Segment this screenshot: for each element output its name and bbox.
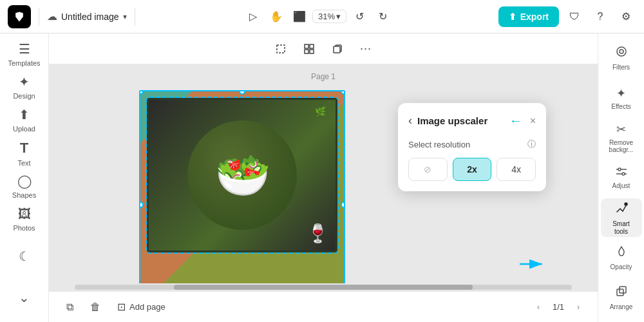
- svg-rect-3: [305, 50, 308, 53]
- prev-page-button[interactable]: ‹: [529, 298, 547, 316]
- help-button[interactable]: ?: [590, 6, 611, 27]
- templates-icon: ☰: [19, 41, 30, 57]
- scrollbar-container[interactable]: [49, 283, 598, 291]
- svg-rect-1: [305, 44, 308, 48]
- sidebar-item-shapes[interactable]: ◯ Shapes: [4, 171, 45, 201]
- panel-item-adjust[interactable]: Adjust: [601, 158, 642, 197]
- bottom-bar: ⧉ 🗑 ⊡ Add page ‹ 1/1 ›: [49, 291, 598, 322]
- canvas-area: ··· Page 1 🥗 🍷: [49, 33, 598, 322]
- page-navigation: ‹ 1/1 ›: [529, 298, 587, 316]
- grid-button[interactable]: [298, 37, 321, 61]
- upscaler-back-button[interactable]: ‹: [408, 114, 412, 128]
- redo-button[interactable]: ↻: [372, 6, 393, 27]
- zoom-chevron-icon: ▾: [336, 12, 341, 21]
- smart-tools-icon: [614, 200, 629, 218]
- undo-button[interactable]: ↺: [349, 6, 370, 27]
- food-bowl-visual: 🥗: [187, 120, 297, 230]
- resolution-disabled-button[interactable]: ⊘: [408, 158, 448, 181]
- adjust-label: Adjust: [612, 182, 630, 189]
- filters-label: Filters: [612, 64, 630, 71]
- export-button[interactable]: ⬆ Export: [498, 6, 559, 27]
- resize-handle-mr[interactable]: [341, 202, 345, 208]
- scrollbar-thumb[interactable]: [174, 285, 472, 290]
- panel-item-filters[interactable]: Filters: [601, 39, 642, 77]
- upscaler-close-button[interactable]: ×: [530, 115, 536, 127]
- more-options-button[interactable]: ···: [354, 37, 377, 61]
- frame-tool-button[interactable]: ⬛: [289, 6, 310, 27]
- upload-label: Upload: [13, 125, 35, 133]
- sidebar-bottom: ☾ ⌄: [4, 237, 45, 317]
- canvas-design-container[interactable]: 🥗 🍷 🌿 Best Food Menu: [139, 90, 345, 283]
- sidebar-item-upload[interactable]: ⬆ Upload: [4, 105, 45, 135]
- text-icon: T: [20, 140, 28, 156]
- panel-item-effects[interactable]: ✦ Effects: [601, 79, 642, 117]
- upscaler-title: Image upscaler: [417, 115, 504, 126]
- zoom-control[interactable]: 31% ▾: [312, 10, 346, 23]
- glass-emoji: 🍷: [307, 223, 329, 244]
- topbar-right: ⬆ Export 🛡 ? ⚙: [498, 6, 636, 27]
- divider-1: [39, 8, 39, 26]
- svg-rect-4: [310, 50, 314, 53]
- image-upscaler-popup: ‹ Image upscaler ← × Select resolution ⓘ…: [398, 103, 546, 191]
- svg-rect-14: [617, 289, 623, 296]
- cloud-icon: ☁: [47, 10, 57, 23]
- svg-rect-5: [334, 46, 340, 53]
- copy-page-button[interactable]: ⧉: [59, 297, 80, 317]
- add-page-label: Add page: [129, 302, 166, 312]
- resize-handle-tr[interactable]: [341, 90, 345, 95]
- crop-button[interactable]: [269, 37, 292, 61]
- svg-point-7: [617, 47, 626, 56]
- zoom-value: 31%: [318, 12, 335, 21]
- design-label: Design: [13, 92, 35, 100]
- resolution-4x-button[interactable]: 4x: [497, 158, 536, 181]
- back-chevron-icon: ‹: [408, 114, 412, 128]
- shapes-label: Shapes: [12, 191, 36, 199]
- image-selection-toolbar: ···: [49, 33, 598, 64]
- sidebar-item-photos[interactable]: 🖼 Photos: [4, 204, 45, 234]
- arrange-label: Arrange: [610, 303, 633, 310]
- add-page-button[interactable]: ⊡ Add page: [111, 297, 172, 317]
- arrow-annotation-icon: ←: [509, 113, 522, 128]
- copy-style-button[interactable]: [326, 37, 349, 61]
- sidebar-item-text[interactable]: T Text: [4, 138, 45, 168]
- select-resolution-label: Select resolution ⓘ: [408, 138, 536, 150]
- select-tool-button[interactable]: ▷: [243, 6, 263, 27]
- svg-rect-0: [277, 45, 285, 53]
- templates-label: Templates: [8, 59, 40, 67]
- svg-rect-15: [620, 287, 626, 293]
- delete-page-button[interactable]: 🗑: [85, 297, 106, 317]
- canvas-content[interactable]: Page 1 🥗 🍷 🌿: [49, 64, 598, 283]
- upload-icon: ⬆: [19, 107, 30, 122]
- app-logo[interactable]: [8, 5, 31, 28]
- canvas-design[interactable]: 🥗 🍷 🌿 Best Food Menu: [139, 90, 345, 283]
- resolution-2x-button[interactable]: 2x: [453, 158, 492, 181]
- panel-item-smart-tools[interactable]: Smarttools: [601, 198, 642, 237]
- next-page-button[interactable]: ›: [569, 298, 587, 316]
- info-icon: ⓘ: [527, 138, 536, 150]
- design-photo-frame[interactable]: 🥗 🍷 🌿: [147, 98, 337, 252]
- page-label: Page 1: [311, 72, 336, 81]
- panel-item-arrange[interactable]: Arrange: [601, 278, 642, 317]
- effects-icon: ✦: [616, 86, 626, 100]
- garnish: 🌿: [315, 106, 326, 117]
- panel-item-remove-bg[interactable]: ✂ Remove backgr...: [601, 118, 642, 157]
- disabled-icon: ⊘: [424, 164, 431, 175]
- document-title-area[interactable]: ☁ Untitled image ▾: [47, 10, 127, 23]
- main-layout: ☰ Templates ✦ Design ⬆ Upload T Text ◯ S…: [0, 33, 644, 322]
- export-label: Export: [520, 12, 549, 22]
- resolution-options: ⊘ 2x 4x: [408, 158, 536, 181]
- sidebar-item-moon[interactable]: ☾: [4, 237, 45, 276]
- text-label: Text: [17, 159, 30, 167]
- shapes-icon: ◯: [17, 173, 32, 189]
- hand-tool-button[interactable]: ✋: [266, 6, 287, 27]
- chevron-down-icon: ⌄: [19, 290, 30, 305]
- topbar-tools: ▷ ✋ ⬛ 31% ▾ ↺ ↻: [143, 6, 493, 27]
- horizontal-scrollbar[interactable]: [75, 285, 572, 290]
- sidebar-item-design[interactable]: ✦ Design: [4, 71, 45, 102]
- sidebar-item-templates[interactable]: ☰ Templates: [4, 39, 45, 69]
- shield-button[interactable]: 🛡: [564, 6, 585, 27]
- sidebar-item-collapse[interactable]: ⌄: [4, 278, 45, 317]
- settings-button[interactable]: ⚙: [616, 6, 636, 27]
- panel-item-opacity[interactable]: Opacity: [601, 238, 642, 277]
- logo-icon: [13, 10, 26, 23]
